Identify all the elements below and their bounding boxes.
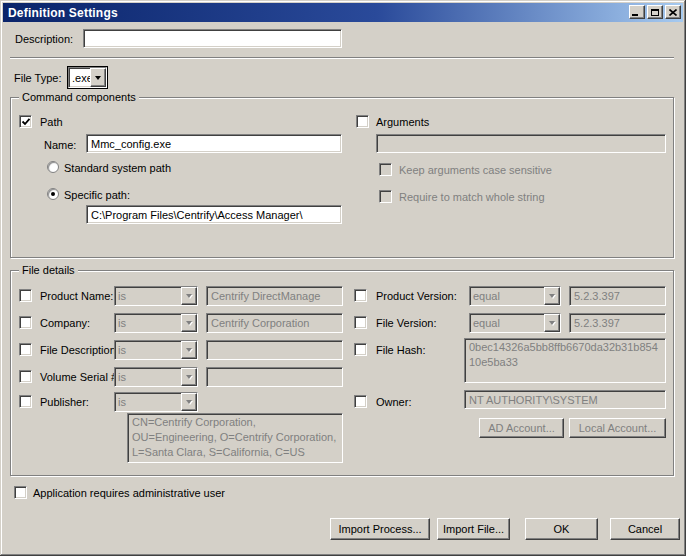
company-input: [206, 313, 343, 333]
file-version-operator-value: equal: [470, 314, 544, 332]
publisher-value-textarea: CN=Centrify Corporation, OU=Engineering,…: [127, 413, 343, 463]
file-description-operator-combo: is: [114, 340, 198, 360]
file-type-dropdown-button[interactable]: [90, 68, 106, 87]
file-type-value: .exe: [69, 68, 90, 87]
window-title: Definition Settings: [8, 6, 118, 20]
admin-required-checkbox[interactable]: [14, 486, 27, 499]
chevron-down-icon: [186, 375, 192, 379]
file-hash-label: File Hash:: [376, 344, 426, 357]
file-description-label: File Description:: [40, 344, 119, 357]
name-input[interactable]: [86, 134, 342, 153]
ad-account-button: AD Account...: [479, 418, 564, 438]
owner-label: Owner:: [376, 396, 411, 409]
product-version-operator-combo: equal: [469, 286, 561, 306]
product-name-operator-combo: is: [114, 286, 198, 306]
file-hash-value-textarea: 0bec14326a5bb8ffb6670da32b31b85410e5ba33: [464, 338, 666, 383]
name-label: Name:: [44, 139, 76, 152]
company-checkbox[interactable]: [19, 316, 32, 329]
keep-case-checkbox: [379, 163, 392, 176]
file-hash-checkbox[interactable]: [354, 343, 367, 356]
description-input[interactable]: [83, 29, 342, 48]
local-account-button: Local Account...: [569, 418, 666, 438]
product-version-input: [569, 286, 666, 306]
publisher-label: Publisher:: [40, 396, 89, 409]
product-version-dropdown-button: [544, 287, 560, 305]
arguments-input: [376, 134, 666, 153]
product-version-operator-value: equal: [470, 287, 544, 305]
close-icon: [669, 9, 677, 16]
file-description-input: [206, 340, 343, 360]
product-name-input: [206, 286, 343, 306]
company-label: Company:: [40, 317, 90, 330]
minimize-icon: [632, 14, 638, 16]
titlebar-buttons: [627, 5, 681, 19]
chevron-down-icon: [186, 400, 192, 404]
minimize-button[interactable]: [629, 5, 645, 19]
specific-path-radio[interactable]: [47, 188, 59, 200]
file-version-checkbox[interactable]: [354, 316, 367, 329]
file-description-dropdown-button: [181, 341, 197, 359]
cancel-button[interactable]: Cancel: [610, 518, 680, 540]
file-version-label: File Version:: [376, 317, 437, 330]
publisher-checkbox[interactable]: [19, 395, 32, 408]
volume-serial-input: [206, 367, 343, 387]
keep-case-label: Keep arguments case sensitive: [399, 164, 552, 177]
standard-system-path-label: Standard system path: [64, 162, 171, 175]
file-description-checkbox[interactable]: [19, 343, 32, 356]
file-details-group: File details Product Name: is Company: i…: [10, 270, 674, 476]
file-version-dropdown-button: [544, 314, 560, 332]
path-checkbox[interactable]: [19, 115, 32, 128]
file-details-group-title: File details: [19, 264, 78, 277]
publisher-dropdown-button: [181, 393, 197, 411]
product-name-label: Product Name:: [40, 290, 113, 303]
command-components-group-title: Command components: [19, 91, 139, 104]
specific-path-input[interactable]: [86, 205, 342, 224]
file-version-operator-combo: equal: [469, 313, 561, 333]
standard-system-path-radio[interactable]: [47, 161, 59, 173]
whole-string-checkbox: [379, 190, 392, 203]
product-version-checkbox[interactable]: [354, 289, 367, 302]
ok-button[interactable]: OK: [525, 518, 598, 540]
titlebar[interactable]: Definition Settings: [3, 3, 683, 22]
product-version-label: Product Version:: [376, 290, 457, 303]
path-label: Path: [40, 116, 63, 129]
arguments-checkbox[interactable]: [356, 115, 369, 128]
import-process-button[interactable]: Import Process...: [330, 518, 430, 540]
product-name-operator-value: is: [115, 287, 181, 305]
company-operator-value: is: [115, 314, 181, 332]
radio-dot-icon: [51, 192, 55, 196]
file-description-operator-value: is: [115, 341, 181, 359]
chevron-down-icon: [549, 321, 555, 325]
specific-path-label: Specific path:: [64, 189, 130, 202]
file-type-label: File Type:: [14, 72, 62, 85]
chevron-down-icon: [95, 76, 101, 80]
arguments-label: Arguments: [376, 116, 429, 129]
owner-checkbox[interactable]: [354, 395, 367, 408]
company-operator-combo: is: [114, 313, 198, 333]
owner-input: [464, 390, 666, 409]
company-dropdown-button: [181, 314, 197, 332]
volume-serial-operator-combo: is: [114, 367, 198, 387]
chevron-down-icon: [186, 321, 192, 325]
whole-string-label: Require to match whole string: [399, 191, 545, 204]
separator-line: [10, 57, 674, 59]
publisher-operator-combo: is: [114, 392, 198, 412]
file-type-combo[interactable]: .exe: [68, 67, 107, 88]
maximize-button[interactable]: [647, 5, 663, 19]
chevron-down-icon: [186, 348, 192, 352]
volume-serial-checkbox[interactable]: [19, 370, 32, 383]
product-name-dropdown-button: [181, 287, 197, 305]
description-label: Description:: [15, 33, 73, 46]
command-components-group: Command components Path Name: Standard s…: [10, 97, 674, 258]
chevron-down-icon: [549, 294, 555, 298]
volume-serial-label: Volume Serial #:: [40, 371, 120, 384]
close-button[interactable]: [665, 5, 681, 19]
product-name-checkbox[interactable]: [19, 289, 32, 302]
definition-settings-dialog: Definition Settings Description: File Ty…: [0, 0, 686, 556]
file-version-input: [569, 313, 666, 333]
import-file-button[interactable]: Import File...: [437, 518, 510, 540]
admin-required-label: Application requires administrative user: [33, 487, 225, 500]
volume-serial-dropdown-button: [181, 368, 197, 386]
chevron-down-icon: [186, 294, 192, 298]
checkmark-icon: [21, 117, 31, 127]
